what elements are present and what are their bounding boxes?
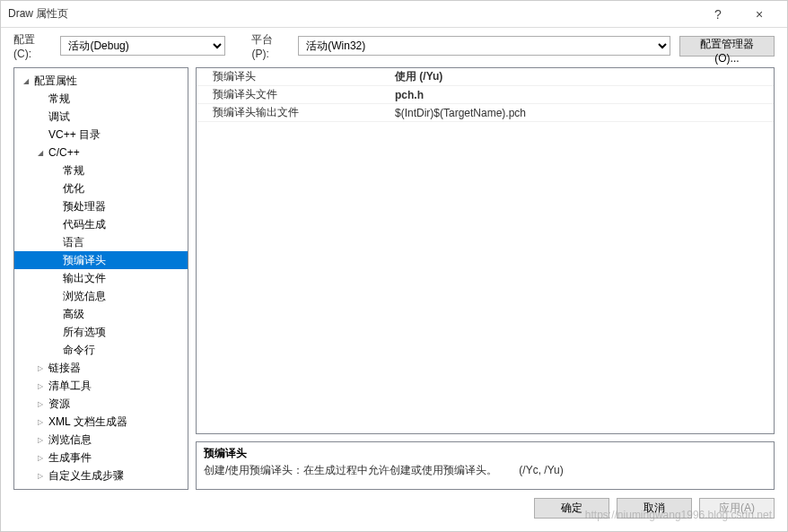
tree-label: 浏览信息: [61, 289, 106, 304]
description-body: 创建/使用预编译头：在生成过程中允许创建或使用预编译头。 (/Yc, /Yu): [204, 463, 766, 478]
description-title: 预编译头: [204, 446, 766, 461]
tree-advanced[interactable]: 高级: [14, 305, 188, 323]
tree-xml-doc-generator[interactable]: XML 文档生成器: [14, 413, 188, 431]
tree-label: 配置属性: [32, 74, 77, 89]
tree-browse-info[interactable]: 浏览信息: [14, 287, 188, 305]
tree-command-line[interactable]: 命令行: [14, 341, 188, 359]
ok-button[interactable]: 确定: [534, 498, 609, 519]
tree-label: 所有选项: [61, 325, 106, 340]
property-row[interactable]: 预编译头文件pch.h: [197, 86, 774, 104]
tree-label: 常规: [47, 92, 70, 107]
tree-cpp-general[interactable]: 常规: [14, 161, 188, 179]
cancel-button[interactable]: 取消: [617, 498, 692, 519]
main-area: 配置属性常规调试VC++ 目录C/C++常规优化预处理器代码生成语言预编译头输出…: [1, 64, 787, 490]
tree-label: 代码生成: [61, 217, 106, 232]
property-name: 预编译头文件: [197, 87, 390, 102]
titlebar: Draw 属性页 ? ×: [1, 1, 787, 28]
tree-label: 预编译头: [61, 253, 106, 268]
tree-code-generation[interactable]: 代码生成: [14, 215, 188, 233]
footer: 确定 取消 应用(A): [1, 490, 787, 526]
tree-c-cpp[interactable]: C/C++: [14, 144, 188, 161]
tree-vcpp-directories[interactable]: VC++ 目录: [14, 126, 188, 144]
tree-label: 调试: [47, 109, 70, 125]
close-button[interactable]: ×: [739, 1, 780, 28]
titlebar-controls: ? ×: [697, 1, 780, 28]
window-title: Draw 属性页: [8, 6, 697, 22]
tree-build-events[interactable]: 生成事件: [14, 449, 188, 467]
platform-label: 平台(P):: [251, 32, 289, 60]
tree-linker[interactable]: 链接器: [14, 359, 188, 377]
tree-arrow-icon: [34, 382, 47, 390]
property-grid[interactable]: 预编译头使用 (/Yu)预编译头文件pch.h预编译头输出文件$(IntDir)…: [196, 67, 775, 434]
tree-label: 输出文件: [61, 271, 106, 286]
tree-label: 命令行: [61, 343, 95, 358]
tree-arrow-icon: [20, 77, 32, 85]
config-select[interactable]: 活动(Debug): [60, 36, 224, 56]
tree-resources[interactable]: 资源: [14, 395, 188, 413]
property-value[interactable]: 使用 (/Yu): [390, 69, 774, 84]
tree-optimization[interactable]: 优化: [14, 179, 188, 197]
tree-label: 预处理器: [61, 199, 106, 214]
tree-all-options[interactable]: 所有选项: [14, 323, 188, 341]
tree-debugging[interactable]: 调试: [14, 108, 188, 126]
toolbar: 配置(C): 活动(Debug) 平台(P): 活动(Win32) 配置管理器(…: [1, 28, 787, 64]
tree-browse-info-2[interactable]: 浏览信息: [14, 431, 188, 449]
tree-general[interactable]: 常规: [14, 90, 188, 108]
tree-arrow-icon: [34, 364, 47, 372]
property-value[interactable]: pch.h: [390, 89, 774, 101]
config-manager-button[interactable]: 配置管理器(O)...: [679, 36, 775, 57]
tree-precompiled-headers[interactable]: 预编译头: [14, 251, 188, 269]
tree-label: 常规: [61, 163, 84, 179]
tree-arrow-icon: [34, 472, 47, 480]
tree-panel[interactable]: 配置属性常规调试VC++ 目录C/C++常规优化预处理器代码生成语言预编译头输出…: [13, 67, 188, 490]
tree-label: 资源: [47, 397, 70, 412]
tree-label: 链接器: [47, 361, 81, 376]
tree-arrow-icon: [34, 400, 47, 408]
tree-custom-build-step[interactable]: 自定义生成步骤: [14, 467, 188, 484]
tree-arrow-icon: [34, 454, 47, 462]
platform-select[interactable]: 活动(Win32): [298, 36, 670, 56]
property-row[interactable]: 预编译头使用 (/Yu): [197, 68, 774, 86]
tree-label: 语言: [61, 235, 84, 250]
tree-arrow-icon: [34, 436, 47, 444]
tree-label: 优化: [61, 181, 84, 196]
right-panel: 预编译头使用 (/Yu)预编译头文件pch.h预编译头输出文件$(IntDir)…: [196, 67, 775, 490]
tree-label: 清单工具: [47, 379, 92, 394]
tree-label: C/C++: [47, 146, 80, 159]
tree-language[interactable]: 语言: [14, 233, 188, 251]
property-value[interactable]: $(IntDir)$(TargetName).pch: [390, 107, 774, 119]
property-row[interactable]: 预编译头输出文件$(IntDir)$(TargetName).pch: [197, 104, 774, 122]
property-name: 预编译头: [197, 69, 390, 84]
tree-arrow-icon: [34, 418, 47, 426]
tree-preprocessor[interactable]: 预处理器: [14, 197, 188, 215]
help-button[interactable]: ?: [697, 1, 739, 28]
property-name: 预编译头输出文件: [197, 105, 390, 120]
tree-label: 生成事件: [47, 450, 92, 466]
tree-config-properties[interactable]: 配置属性: [14, 72, 188, 90]
tree-label: VC++ 目录: [47, 127, 101, 143]
tree-label: 自定义生成步骤: [47, 468, 124, 484]
config-label: 配置(C):: [13, 32, 51, 60]
description-panel: 预编译头 创建/使用预编译头：在生成过程中允许创建或使用预编译头。 (/Yc, …: [196, 441, 775, 490]
tree-output-files[interactable]: 输出文件: [14, 269, 188, 287]
tree-arrow-icon: [34, 149, 47, 157]
tree-label: 浏览信息: [47, 432, 92, 448]
apply-button[interactable]: 应用(A): [699, 498, 775, 519]
tree-label: 高级: [61, 307, 84, 322]
tree-label: XML 文档生成器: [47, 414, 127, 430]
tree-manifest-tool[interactable]: 清单工具: [14, 377, 188, 395]
